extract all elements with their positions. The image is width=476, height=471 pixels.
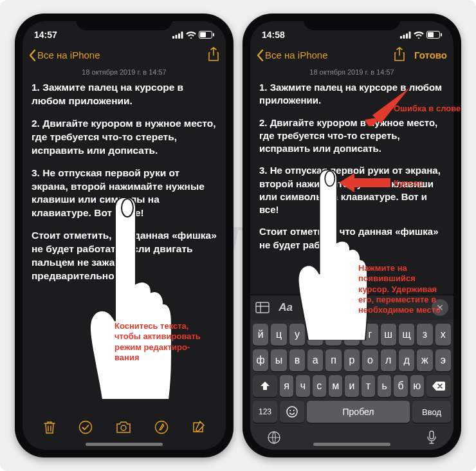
keyboard-close-button[interactable]: ✕: [432, 299, 448, 316]
chevron-left-icon: [29, 50, 36, 61]
note-paragraph: 3. Не отпуская первой руки от экрана, вт…: [32, 167, 217, 221]
markup-icon: [349, 301, 362, 314]
battery-icon: [426, 31, 442, 39]
note-body[interactable]: 1. Зажмите палец на курсоре в любом прил…: [250, 81, 453, 295]
key-щ[interactable]: щ: [399, 324, 414, 346]
key-ю[interactable]: ю: [410, 375, 424, 397]
markup-button[interactable]: [348, 301, 362, 314]
key-н[interactable]: н: [344, 324, 360, 346]
phone-left: 14:57 Все на iPhone 18 октяб: [15, 14, 233, 457]
share-icon: [208, 47, 219, 61]
markup-button[interactable]: [154, 420, 169, 436]
share-button[interactable]: [394, 47, 405, 63]
key-б[interactable]: б: [394, 375, 407, 397]
screen-left: 14:57 Все на iPhone 18 октяб: [23, 21, 226, 450]
key-п[interactable]: п: [325, 349, 341, 371]
svg-rect-17: [441, 33, 442, 37]
key-д[interactable]: д: [399, 349, 414, 371]
svg-rect-1: [176, 35, 178, 39]
status-icons: [172, 31, 214, 39]
svg-rect-18: [256, 302, 269, 313]
svg-rect-26: [430, 431, 434, 439]
share-button[interactable]: [208, 47, 219, 63]
svg-rect-2: [178, 33, 180, 39]
camera-button[interactable]: [116, 421, 131, 436]
backspace-key[interactable]: [426, 375, 451, 397]
note-body[interactable]: 1. Зажмите палец на курсоре в любом прил…: [23, 81, 226, 415]
key-р[interactable]: р: [344, 349, 360, 371]
key-т[interactable]: т: [362, 375, 375, 397]
globe-key[interactable]: [267, 430, 281, 445]
svg-rect-16: [428, 32, 434, 37]
key-х[interactable]: х: [435, 324, 451, 346]
note-paragraph: 1. Зажмите палец на курсоре в любом прил…: [32, 81, 217, 108]
status-time: 14:57: [34, 30, 57, 40]
space-key[interactable]: Пробел: [307, 401, 410, 423]
table-button[interactable]: [255, 301, 270, 314]
key-з[interactable]: з: [417, 324, 432, 346]
numbers-key[interactable]: 123: [253, 401, 277, 423]
trash-button[interactable]: [43, 420, 56, 436]
text-format-button[interactable]: Aa: [279, 301, 293, 314]
key-к[interactable]: к: [307, 324, 323, 346]
svg-point-8: [121, 425, 126, 430]
back-button[interactable]: Все на iPhone: [29, 50, 100, 61]
check-circle-icon: [78, 420, 93, 434]
check-circle-icon: [302, 301, 315, 314]
key-ш[interactable]: ш: [381, 324, 396, 346]
share-icon: [394, 47, 405, 61]
checklist-button[interactable]: [78, 420, 93, 436]
checklist-button[interactable]: [302, 301, 316, 314]
key-г[interactable]: г: [362, 324, 378, 346]
emoji-key[interactable]: [280, 401, 304, 423]
keyboard: йцукенгшщзх фывапролджэ ячсмитьбю 123 Пр…: [250, 320, 453, 450]
table-icon: [255, 302, 270, 313]
home-indicator[interactable]: [86, 443, 163, 446]
key-ф[interactable]: ф: [253, 349, 268, 371]
key-и[interactable]: и: [345, 375, 358, 397]
screen-right: 14:58 Все на iPhone Готово: [250, 21, 453, 450]
markup-icon: [154, 420, 169, 434]
shift-key[interactable]: [253, 375, 277, 397]
key-я[interactable]: я: [280, 375, 293, 397]
note-paragraph: 3. Не отпуская первой руки от экрана, вт…: [259, 164, 444, 216]
phone-right: 14:58 Все на iPhone Готово: [243, 14, 461, 457]
key-а[interactable]: а: [307, 349, 323, 371]
svg-rect-14: [409, 32, 411, 39]
compose-icon: [191, 420, 205, 434]
key-л[interactable]: л: [381, 349, 396, 371]
key-о[interactable]: о: [362, 349, 378, 371]
key-в[interactable]: в: [289, 349, 305, 371]
back-label: Все на iPhone: [37, 50, 100, 60]
key-ж[interactable]: ж: [417, 349, 432, 371]
key-ь[interactable]: ь: [378, 375, 391, 397]
key-с[interactable]: с: [313, 375, 326, 397]
dictation-key[interactable]: [426, 430, 437, 445]
back-label: Все на iPhone: [265, 50, 328, 60]
keyboard-accessory: Aa ✕: [250, 295, 453, 320]
key-м[interactable]: м: [329, 375, 342, 397]
key-э[interactable]: э: [435, 349, 451, 371]
mic-icon: [426, 430, 437, 445]
svg-rect-0: [172, 36, 174, 39]
key-ч[interactable]: ч: [296, 375, 309, 397]
home-indicator[interactable]: [313, 443, 390, 446]
key-е[interactable]: е: [325, 324, 341, 346]
note-paragraph: 2. Двигайте курором в нужное место, где …: [32, 117, 217, 158]
backspace-icon: [432, 382, 445, 391]
key-ц[interactable]: ц: [271, 324, 286, 346]
svg-point-23: [289, 410, 291, 411]
camera-button[interactable]: [325, 301, 339, 314]
key-й[interactable]: й: [253, 324, 268, 346]
nav-bar: Все на iPhone Готово: [250, 44, 453, 67]
key-ы[interactable]: ы: [271, 349, 286, 371]
trash-icon: [43, 420, 56, 434]
enter-key[interactable]: Ввод: [412, 401, 451, 423]
done-button[interactable]: Готово: [414, 50, 447, 60]
tutorial-image: Яблык 14:57 Все на iPhone: [0, 0, 476, 471]
compose-button[interactable]: [191, 420, 205, 436]
wifi-icon: [186, 32, 196, 39]
back-button[interactable]: Все на iPhone: [257, 50, 328, 61]
notch: [76, 14, 172, 30]
key-у[interactable]: у: [289, 324, 305, 346]
